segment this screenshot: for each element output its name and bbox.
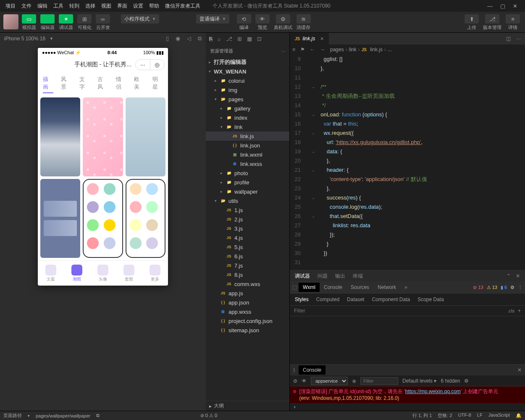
ext-icon[interactable]: ⊡ [257, 36, 262, 42]
console-filter-input[interactable] [360, 377, 398, 385]
console-prompt[interactable]: › [290, 403, 525, 411]
menu-界面[interactable]: 界面 [114, 1, 130, 10]
tree-project.config.json[interactable]: { }project.config.json [206, 316, 289, 326]
tree-2.js[interactable]: JS2.js [206, 215, 289, 224]
tree-link.wxss[interactable]: ⊞link.wxss [206, 159, 289, 168]
split-icon[interactable]: ◫ [506, 36, 511, 42]
toolbar-调试器[interactable]: ✶调试器 [57, 14, 75, 31]
minimize-icon[interactable]: — [487, 3, 493, 9]
nav-头像[interactable]: 头像 [90, 261, 116, 286]
menu-工具[interactable]: 工具 [50, 1, 66, 10]
branch-icon[interactable]: ⎇ [226, 36, 232, 42]
category-tab[interactable]: 欧美 [134, 76, 144, 93]
tree-gallery[interactable]: ▸📁gallery [206, 104, 289, 113]
tree-link.js[interactable]: JSlink.js [206, 131, 289, 141]
editor-tab[interactable]: JSlink.js✕ [290, 33, 329, 45]
panel-tab[interactable]: 问题 [318, 273, 328, 280]
menu-帮助[interactable]: 帮助 [146, 1, 162, 10]
bell-icon[interactable]: 🔔 [516, 413, 522, 418]
collapse-icon[interactable]: ⌃ [507, 273, 511, 279]
wallpaper-thumb[interactable] [83, 179, 123, 258]
tree-1.js[interactable]: JS1.js [206, 205, 289, 215]
wallpaper-thumb[interactable] [126, 179, 165, 258]
wallpaper-thumb[interactable] [40, 179, 80, 258]
menu-编辑[interactable]: 编辑 [34, 1, 50, 10]
add-icon[interactable]: + [518, 308, 521, 314]
panel-tab[interactable]: 终端 [353, 273, 363, 280]
capsule[interactable]: ···◎ [135, 59, 165, 70]
menu-设置[interactable]: 设置 [130, 1, 146, 10]
wallpaper-thumb[interactable] [126, 97, 165, 176]
gear-icon[interactable]: ⚙ [510, 285, 514, 290]
category-tab[interactable]: 风景 [61, 76, 71, 93]
tree-utils[interactable]: ▾📂utils [206, 196, 289, 205]
toolbar-模拟器[interactable]: ▭模拟器 [20, 14, 38, 31]
tree-3.js[interactable]: JS3.js [206, 224, 289, 233]
toolbar-编译[interactable]: ⟲编译 [235, 14, 253, 31]
forward-icon[interactable]: → [320, 47, 325, 52]
category-tab[interactable]: 插画 [43, 76, 53, 93]
tree-sitemap.json[interactable]: { }sitemap.json [206, 326, 289, 335]
nav-潮图[interactable]: 潮图 [64, 261, 90, 286]
eye-icon[interactable]: 👁 [302, 378, 307, 384]
code-editor[interactable]: 9101112131415161718192021222324252627282… [290, 55, 525, 270]
tree-app.json[interactable]: { }app.json [206, 298, 289, 307]
devtool-tab[interactable]: Wxml [299, 283, 320, 292]
inspect-icon[interactable]: ⬚ [292, 284, 297, 290]
panel-tab[interactable]: 调试器 [295, 273, 310, 280]
tree-colorui[interactable]: ▸📁colorui [206, 76, 289, 85]
toolbar-可视化[interactable]: ⊞可视化 [76, 14, 93, 31]
tree-comm.wxs[interactable]: JScomm.wxs [206, 279, 289, 289]
clear-icon[interactable]: ⊘ [293, 378, 297, 384]
category-tab[interactable]: 明星 [152, 76, 163, 93]
close-icon[interactable]: ✕ [513, 3, 517, 9]
toolbar-编辑器[interactable]: 编辑器 [39, 14, 56, 31]
tree-8.js[interactable]: JS8.js [206, 270, 289, 279]
tree-4.js[interactable]: JS4.js [206, 233, 289, 242]
category-tab[interactable]: 古风 [97, 76, 108, 93]
tree-photo[interactable]: ▸📁photo [206, 168, 289, 178]
back-icon[interactable]: ← [310, 47, 315, 52]
menu-选择[interactable]: 选择 [82, 1, 98, 10]
tree-app.js[interactable]: JSapp.js [206, 289, 289, 298]
list-icon[interactable]: ≡ [292, 47, 295, 52]
toolbar-版本管理[interactable]: ⎇版本管理 [481, 14, 503, 31]
toolbar-预览[interactable]: 👁预览 [254, 14, 271, 31]
nav-文案[interactable]: 文案 [38, 261, 64, 286]
tree-profile[interactable]: ▸📁profile [206, 178, 289, 187]
style-tab[interactable]: Styles [295, 297, 309, 302]
tree-link.wxml[interactable]: ▦link.wxml [206, 150, 289, 159]
category-tab[interactable]: 情侣 [116, 76, 126, 93]
style-tab[interactable]: Computed [316, 297, 339, 302]
search-icon[interactable]: ⌕ [218, 36, 221, 42]
category-tab[interactable]: 文字 [79, 76, 90, 93]
toolbar-真机调试[interactable]: ⚙真机调试 [272, 14, 294, 31]
build-icon[interactable]: ▦ [247, 36, 252, 42]
more-icon[interactable]: ··· [517, 36, 521, 42]
wallpaper-thumb[interactable] [40, 97, 80, 176]
grid-icon[interactable]: ⊞ [237, 36, 242, 42]
tree-app.wxss[interactable]: ⊞app.wxss [206, 307, 289, 316]
nav-更多[interactable]: 更多 [142, 261, 168, 286]
menu-微信开发者工具[interactable]: 微信开发者工具 [162, 1, 203, 10]
style-tab[interactable]: Dataset [347, 297, 364, 302]
close-icon[interactable]: ✕ [517, 367, 522, 373]
devtool-tab[interactable]: Network [373, 283, 400, 292]
toolbar-云开发[interactable]: ∞云开发 [94, 14, 112, 31]
wallpaper-thumb[interactable] [83, 97, 123, 176]
mute-icon[interactable]: ◁ [187, 35, 191, 42]
gear-icon[interactable]: ⚙ [464, 378, 469, 384]
tree-7.js[interactable]: JS7.js [206, 261, 289, 270]
mode-select[interactable]: 小程序模式▼ [121, 14, 159, 24]
levels-select[interactable]: Default levels ▾ [402, 378, 436, 384]
style-tab[interactable]: Component Data [372, 297, 410, 302]
bookmark-icon[interactable]: ⚑ [300, 47, 305, 52]
tree-wallpaper[interactable]: ▸📁wallpaper [206, 187, 289, 196]
nav-套图[interactable]: 套图 [116, 261, 142, 286]
devtool-tab[interactable]: Sources [346, 283, 373, 292]
menu-视图[interactable]: 视图 [98, 1, 114, 10]
console-chevron-icon[interactable]: ⟩ [293, 367, 295, 373]
tree-5.js[interactable]: JS5.js [206, 242, 289, 252]
record-icon[interactable]: ◉ [176, 35, 180, 42]
more-icon[interactable]: ⋮ [518, 285, 522, 290]
